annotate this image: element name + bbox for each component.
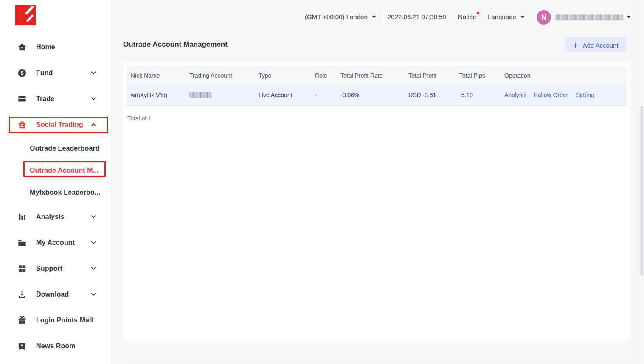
analysis-link[interactable]: Analysis — [504, 92, 526, 98]
topbar: (GMT +00:00) London 2022.06.21 07:38:50 … — [112, 0, 644, 32]
vertical-scrollbar[interactable] — [638, 0, 644, 364]
home-icon — [17, 42, 27, 52]
scrollbar-thumb[interactable] — [640, 106, 643, 276]
add-account-label: Add Account — [582, 42, 618, 49]
brand-logo[interactable] — [15, 5, 36, 25]
follow-order-link[interactable]: Follow Order — [534, 92, 568, 98]
chevron-down-icon — [91, 267, 96, 270]
page-title: Outrade Account Management — [123, 40, 228, 49]
sidebar-item-download[interactable]: Download — [0, 281, 111, 307]
sidebar-item-login-points-mall[interactable]: Login Points Mall — [0, 307, 111, 333]
avatar[interactable]: N — [537, 10, 551, 25]
sidebar-item-label: Outrade Account M... — [30, 167, 98, 174]
caret-down-icon — [372, 16, 376, 18]
sidebar-item-label: Fund — [36, 69, 53, 77]
table-header-row: Nick Name Trading Account Type Role Tota… — [127, 66, 627, 85]
trade-icon — [17, 94, 27, 104]
sidebar-item-label: Analysis — [36, 213, 65, 221]
sidebar-nav: Home $ Fund Trade — [0, 34, 111, 359]
sidebar-item-trade[interactable]: Trade — [0, 86, 111, 112]
cell-total-profit-rate: -0.06% — [336, 85, 404, 105]
download-icon — [17, 289, 27, 300]
sidebar-item-outrade-account-management[interactable]: Outrade Account M... — [0, 160, 111, 182]
sidebar-item-support[interactable]: Support — [0, 255, 111, 281]
my-account-icon — [17, 238, 27, 248]
cell-role: - — [311, 85, 336, 105]
gift-icon — [17, 315, 27, 325]
cell-total-profit: USD -0.61 — [404, 85, 455, 105]
notice-label: Notice — [458, 13, 476, 20]
cell-type: Live Account — [254, 85, 311, 105]
col-header-role: Role — [311, 66, 336, 85]
caret-down-icon[interactable] — [627, 16, 631, 18]
sidebar-item-label: My Account — [36, 239, 75, 246]
main-content: (GMT +00:00) London 2022.06.21 07:38:50 … — [112, 0, 644, 364]
chevron-down-icon — [91, 71, 96, 75]
caret-down-icon — [520, 16, 525, 18]
news-room-icon — [17, 341, 27, 351]
sidebar-item-label: Social Trading — [36, 121, 83, 129]
sidebar-item-label: News Room — [36, 342, 75, 350]
language-label: Language — [488, 13, 516, 20]
trading-account-redacted — [189, 92, 211, 98]
chevron-down-icon — [91, 215, 96, 218]
sidebar-item-fund[interactable]: $ Fund — [0, 60, 111, 86]
support-icon — [17, 263, 27, 274]
cell-nick-name: wmXyHztVYg — [127, 85, 185, 105]
sidebar-item-label: Outrade Leaderboard — [30, 145, 100, 152]
fund-icon: $ — [17, 68, 27, 78]
col-header-trading-account: Trading Account — [185, 66, 254, 85]
notice-button[interactable]: Notice — [458, 13, 476, 20]
sidebar-item-outrade-leaderboard[interactable]: Outrade Leaderboard — [0, 137, 111, 160]
table-row: wmXyHztVYg Live Account - -0.06% USD -0.… — [127, 85, 627, 105]
setting-link[interactable]: Setting — [576, 92, 594, 98]
plus-icon — [572, 42, 579, 48]
sidebar-item-label: Login Points Mall — [36, 316, 93, 324]
col-header-total-profit-rate: Total Profit Rate — [336, 66, 404, 85]
accounts-table: Nick Name Trading Account Type Role Tota… — [127, 66, 627, 106]
timezone-select[interactable]: (GMT +00:00) London — [305, 13, 376, 20]
cell-operation: Analysis Follow Order Setting — [500, 85, 627, 105]
social-trading-icon — [17, 120, 27, 130]
sidebar-item-label: Download — [36, 291, 69, 298]
account-table-card: Nick Name Trading Account Type Role Tota… — [123, 63, 630, 341]
chevron-up-icon — [91, 123, 96, 126]
col-header-operation: Operation — [500, 66, 627, 85]
notification-dot — [477, 12, 479, 14]
app-window: Home $ Fund Trade — [0, 0, 644, 364]
analysis-icon — [17, 212, 27, 222]
sidebar-item-social-trading[interactable]: Social Trading — [0, 112, 111, 137]
sidebar: Home $ Fund Trade — [0, 0, 112, 364]
sidebar-item-analysis[interactable]: Analysis — [0, 204, 111, 230]
cell-trading-account — [185, 85, 254, 105]
svg-text:$: $ — [21, 70, 24, 76]
sidebar-item-label: Trade — [36, 95, 54, 103]
sidebar-item-news-room[interactable]: News Room — [0, 333, 111, 359]
chevron-down-icon — [91, 241, 96, 244]
sidebar-item-label: Home — [36, 43, 55, 51]
topbar-divider — [381, 12, 381, 21]
datetime-display: 2022.06.21 07:38:50 — [388, 13, 446, 20]
chevron-down-icon — [91, 293, 96, 296]
col-header-total-pips: Total Pips — [455, 66, 500, 85]
sidebar-item-label: Support — [36, 265, 62, 272]
total-count-text: Total of 1 — [127, 115, 627, 122]
col-header-type: Type — [254, 66, 311, 85]
col-header-total-profit: Total Profit — [404, 66, 455, 85]
chevron-down-icon — [91, 97, 96, 101]
col-header-nick-name: Nick Name — [127, 66, 185, 85]
add-account-button[interactable]: Add Account — [564, 37, 627, 53]
sidebar-item-home[interactable]: Home — [0, 34, 111, 60]
sidebar-item-label: Myfxbook Leaderbo... — [30, 189, 100, 196]
language-select[interactable]: Language — [488, 13, 525, 20]
bottom-divider — [123, 361, 642, 361]
sidebar-item-myfxbook-leaderboard[interactable]: Myfxbook Leaderbo... — [0, 182, 111, 204]
timezone-label: (GMT +00:00) London — [305, 13, 368, 20]
username-redacted[interactable] — [555, 14, 623, 20]
cell-total-pips: -5.10 — [455, 85, 500, 105]
sidebar-item-my-account[interactable]: My Account — [0, 230, 111, 255]
